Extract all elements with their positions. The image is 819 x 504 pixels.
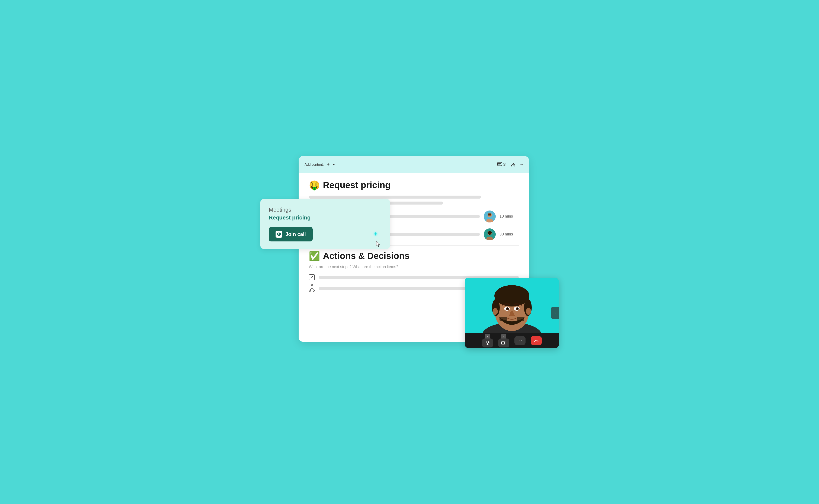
svg-point-10	[311, 284, 313, 286]
video-controls-bar: ▲ ▲	[465, 333, 559, 348]
badge-button[interactable]: (6)	[497, 162, 507, 167]
join-call-button[interactable]: T Join call	[269, 227, 313, 241]
duration-1: 10 mins	[500, 214, 519, 219]
more-options-button[interactable]: ···	[514, 336, 526, 345]
svg-rect-32	[500, 317, 507, 321]
svg-point-15	[313, 290, 315, 291]
join-call-label: Join call	[285, 231, 306, 237]
svg-rect-37	[501, 342, 505, 344]
svg-point-30	[507, 308, 508, 309]
more-button[interactable]: ···	[520, 162, 523, 167]
svg-point-24	[493, 308, 498, 315]
actions-subtitle: What are the next steps? What are the ac…	[309, 265, 519, 269]
mic-expand[interactable]: ▲	[485, 334, 490, 338]
fork-icon	[309, 284, 315, 293]
svg-point-28	[506, 307, 509, 310]
section-title-pricing: 🤑 Request pricing	[309, 180, 519, 190]
svg-point-1	[512, 163, 514, 165]
video-chevron-button[interactable]: ‹	[551, 307, 559, 319]
camera-group: ▲	[498, 334, 509, 347]
svg-point-29	[516, 307, 519, 310]
top-bar: Add content: + ▾ (6)	[299, 156, 529, 173]
chevron-left-icon: ‹	[554, 311, 556, 315]
badge-count: (6)	[503, 163, 507, 166]
content-bar-1	[309, 196, 481, 199]
video-card: ▲ ▲	[465, 278, 559, 348]
mic-group: ▲	[482, 334, 493, 347]
camera-button[interactable]	[498, 338, 509, 347]
svg-rect-33	[517, 317, 524, 321]
actions-emoji: ✅	[309, 251, 320, 261]
svg-rect-34	[487, 341, 488, 343]
top-bar-right: (6) ···	[497, 162, 523, 167]
pricing-title: Request pricing	[323, 180, 391, 190]
add-content-label: Add content:	[305, 163, 324, 167]
svg-point-31	[517, 308, 518, 309]
actions-title-text: Actions & Decisions	[323, 251, 409, 261]
camera-expand[interactable]: ▲	[501, 334, 507, 338]
checkbox-1[interactable]: ✓	[309, 274, 315, 280]
sparkle-effect: ✦	[373, 231, 378, 237]
people-button[interactable]	[511, 162, 516, 167]
svg-text:T: T	[278, 233, 279, 235]
tooltip-label-main: Request pricing	[269, 214, 382, 221]
cursor	[375, 241, 381, 247]
duration-2: 30 mins	[500, 232, 519, 237]
hangup-button[interactable]	[531, 336, 542, 345]
pricing-emoji: 🤑	[309, 180, 320, 190]
avatar-1	[484, 211, 496, 222]
add-button[interactable]: +	[326, 161, 331, 168]
svg-line-13	[312, 288, 314, 290]
badge-icon	[497, 162, 502, 167]
teams-logo: T	[276, 231, 282, 238]
svg-point-2	[514, 163, 515, 164]
svg-point-25	[526, 308, 531, 315]
svg-line-12	[310, 288, 312, 290]
svg-point-21	[494, 285, 529, 306]
actions-title: ✅ Actions & Decisions	[309, 251, 519, 261]
svg-point-14	[309, 290, 311, 291]
video-person	[465, 278, 559, 333]
tooltip-label-top: Meetings	[269, 206, 382, 213]
dropdown-button[interactable]: ▾	[333, 163, 335, 166]
scene: Add content: + ▾ (6)	[260, 156, 559, 348]
mic-button[interactable]	[482, 338, 493, 347]
avatar-2	[484, 228, 496, 240]
tooltip-card: Meetings Request pricing T Join call	[260, 199, 390, 249]
